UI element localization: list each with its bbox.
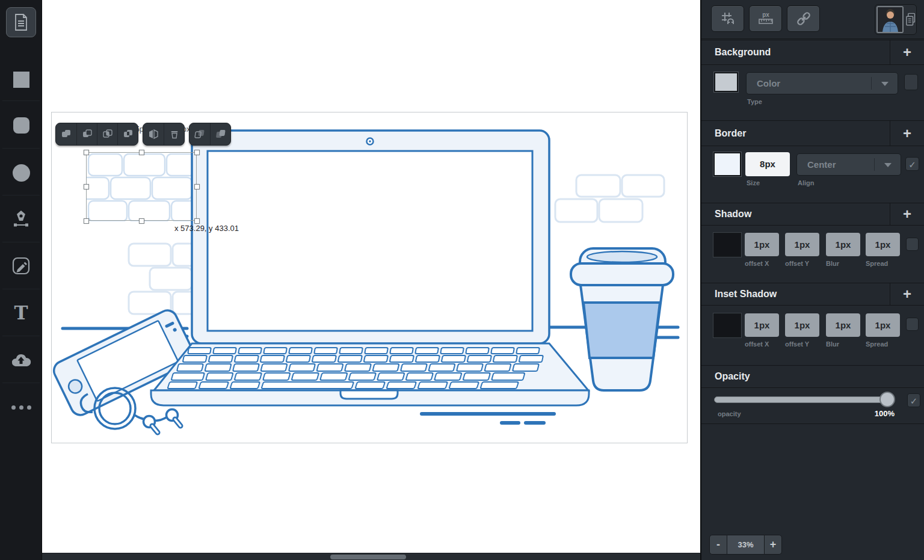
inset-shadow-offset-x-input[interactable]: 1px [745,313,779,337]
pen-icon [11,209,31,229]
bring-forward-button[interactable] [210,123,230,145]
opacity-slider-thumb[interactable] [879,392,895,407]
document-icon [13,13,29,31]
offset-x-label: offset X [745,260,769,267]
add-background-button[interactable]: + [896,44,918,61]
selection-handle-n[interactable] [139,150,144,155]
zoom-out-button[interactable]: - [709,535,727,555]
pen-tool[interactable] [0,202,42,235]
selection-bounding-box[interactable] [86,152,197,221]
ruler-units-button[interactable]: px [749,5,782,32]
background-extra-button[interactable] [904,74,918,90]
arrange-group [189,123,231,146]
background-type-dropdown[interactable]: Color [746,72,898,94]
flip-icon [148,129,159,140]
ellipsis-icon [11,405,31,410]
laptop [151,131,589,405]
rounded-rectangle-icon [13,117,29,134]
zoom-control: - 33% + [709,535,782,555]
rectangle-tool[interactable] [0,63,42,96]
snap-grid-button[interactable] [711,5,744,32]
union-button[interactable] [56,123,76,145]
border-align-dropdown[interactable]: Center [796,153,901,176]
inset-shadow-spread-input[interactable]: 1px [866,313,900,337]
opacity-slider[interactable] [714,396,895,403]
selection-handle-sw[interactable] [84,218,89,224]
section-title: Background [715,47,771,58]
shadow-offset-y-input[interactable]: 1px [785,233,819,256]
more-tools[interactable] [0,397,42,417]
background-row: Color Type [701,65,924,120]
pages-icon [905,11,916,28]
divider [890,283,890,305]
add-inset-shadow-button[interactable]: + [896,286,918,303]
trash-icon [169,129,180,140]
divider [890,203,890,225]
inset-shadow-blur-input[interactable]: 1px [826,313,860,337]
shadow-enabled-checkbox[interactable] [906,238,919,251]
divider [890,121,890,146]
selection-handle-nw[interactable] [84,150,89,155]
inset-shadow-offset-y-input[interactable]: 1px [785,313,819,337]
rounded-rectangle-tool[interactable] [0,109,42,142]
selection-handle-se[interactable] [194,218,200,224]
pages-tool-button[interactable] [6,7,36,37]
border-size-input[interactable]: 8px [745,152,790,176]
spread-label: Spread [866,260,888,267]
subtract-button[interactable] [76,123,97,145]
pencil-tool[interactable] [0,249,42,282]
selection-handle-w[interactable] [84,184,89,189]
inset-shadow-enabled-checkbox[interactable] [906,318,919,331]
selection-handle-e[interactable] [194,184,200,189]
opacity-section-header: Opacity [701,365,924,388]
text-tool-icon: T [14,302,28,324]
scrollbar-thumb[interactable] [330,555,406,559]
flip-button[interactable] [143,123,164,145]
border-section-header: Border + [701,120,924,146]
section-title: Shadow [715,209,751,220]
trackpad-notch [340,390,398,399]
add-shadow-button[interactable]: + [896,206,918,223]
opacity-label: opacity [718,410,741,417]
send-backward-button[interactable] [189,123,210,145]
exclude-button[interactable] [117,123,138,145]
canvas-area[interactable]: x 142.35px, y 157.25px, a 0.00° x 573.29… [42,0,700,560]
zoom-in-button[interactable]: + [764,535,782,555]
current-page-thumbnail[interactable] [875,4,917,35]
divider [871,77,872,90]
link-icon [795,10,812,27]
delete-button[interactable] [164,123,184,145]
shadow-spread-input[interactable]: 1px [866,233,900,256]
shadow-offset-x-input[interactable]: 1px [745,233,779,256]
offset-y-label: offset Y [785,340,809,348]
border-enabled-checkbox[interactable]: ✓ [905,157,919,171]
link-button[interactable] [787,5,820,32]
shadow-section-header: Shadow + [701,203,924,226]
shadow-color-swatch[interactable] [713,233,741,257]
ellipse-tool[interactable] [0,155,42,190]
divider [2,383,40,383]
background-color-swatch[interactable] [714,72,738,92]
cloud-upload-tool[interactable] [0,344,42,375]
send-backward-icon [194,129,205,140]
tool-sidebar: T [0,0,42,560]
text-tool[interactable]: T [0,296,42,329]
opacity-enabled-checkbox[interactable]: ✓ [907,393,920,407]
divider [874,158,875,171]
intersect-button[interactable] [97,123,117,145]
border-color-swatch[interactable] [713,152,741,176]
selection-handle-ne[interactable] [194,150,200,155]
blur-label: Blur [826,260,839,267]
snap-grid-icon [720,11,736,26]
divider [2,195,40,195]
shadow-blur-input[interactable]: 1px [826,233,860,256]
inset-shadow-color-swatch[interactable] [713,313,741,337]
ground-lines [422,414,554,423]
avatar [876,6,904,33]
bring-forward-icon [215,129,226,140]
selection-handle-s[interactable] [139,218,144,224]
add-border-button[interactable]: + [896,125,918,142]
subtract-icon [82,129,93,140]
horizontal-scrollbar[interactable] [42,553,700,560]
align-label: Align [798,179,815,186]
